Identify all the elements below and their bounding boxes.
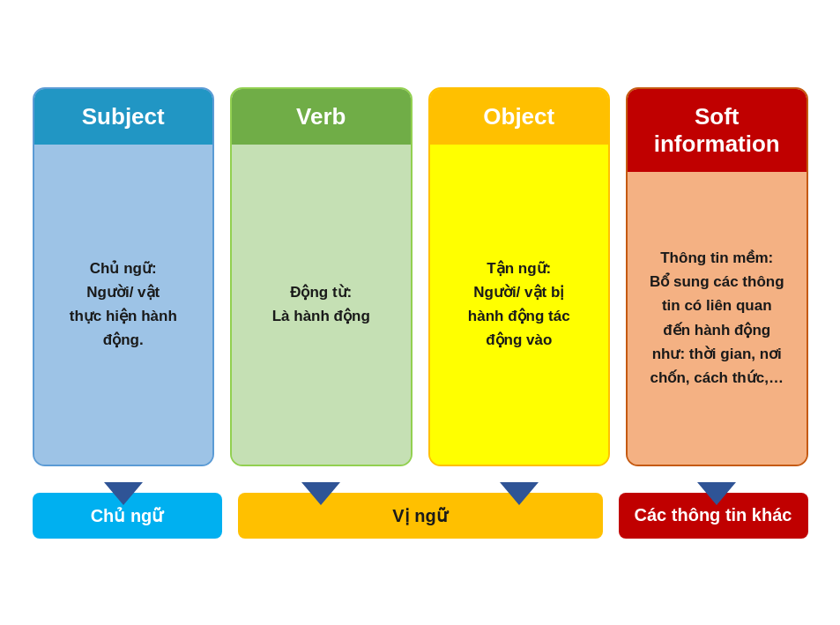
arrow-head-3 <box>500 482 539 505</box>
card-object-body: Tận ngữ: Người/ vật bị hành động tác độn… <box>430 145 609 465</box>
label-vi-ngu: Vị ngữ <box>238 493 603 539</box>
bottom-labels-row: Chủ ngữ Vị ngữ Các thông tin khác <box>33 493 808 539</box>
card-soft-header: Soft information <box>628 89 807 172</box>
cards-row: Subject Chủ ngữ: Người/ vật thực hiện hà… <box>33 87 808 466</box>
arrow-head-2 <box>301 482 340 505</box>
card-subject-header: Subject <box>34 89 213 145</box>
arrow-head-1 <box>104 482 143 505</box>
card-subject: Subject Chủ ngữ: Người/ vật thực hiện hà… <box>33 87 215 466</box>
card-verb-header: Verb <box>232 89 411 145</box>
card-verb-body: Động từ: Là hành động <box>232 145 411 465</box>
card-verb: Verb Động từ: Là hành động <box>230 87 413 466</box>
card-soft-body: Thông tin mềm: Bổ sung các thông tin có … <box>628 172 807 465</box>
diagram: Subject Chủ ngữ: Người/ vật thực hiện hà… <box>33 87 808 539</box>
card-object: Object Tận ngữ: Người/ vật bị hành động … <box>428 87 611 466</box>
arrow-head-4 <box>697 482 736 505</box>
card-object-header: Object <box>430 89 609 145</box>
card-subject-body: Chủ ngữ: Người/ vật thực hiện hành động. <box>34 145 213 465</box>
card-soft-info: Soft information Thông tin mềm: Bổ sung … <box>626 87 808 466</box>
